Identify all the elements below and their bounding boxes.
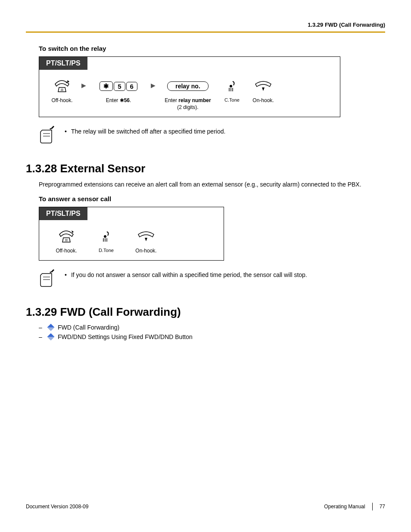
page-footer: Document Version 2008-09 Operating Manua… (26, 503, 385, 510)
key-star: ✱ (100, 81, 113, 91)
note-icon (39, 126, 56, 145)
list-item: – FWD/DND Settings Using Fixed FWD/DND B… (39, 333, 385, 340)
svg-marker-4 (72, 230, 74, 233)
sensor-call-title: To answer a sensor call (39, 195, 385, 202)
offhook-label: Off-hook. (47, 97, 77, 104)
relay-note: •The relay will be switched off after a … (39, 126, 385, 145)
footer-version: Document Version 2008-09 (26, 504, 88, 510)
running-header: 1.3.29 FWD (Call Forwarding) (26, 22, 385, 28)
relay-proc-tab: PT/SLT/PS (39, 57, 87, 70)
arrow-icon: ▶ (151, 82, 156, 89)
ctone-icon (220, 78, 244, 95)
diamond-bullet-icon (47, 333, 55, 341)
offhook-icon (47, 78, 77, 95)
link-text: FWD (Call Forwarding) (58, 324, 119, 331)
diamond-bullet-icon (47, 324, 55, 331)
ctone-label: C.Tone (220, 97, 244, 103)
offhook-label: Off-hook. (51, 248, 81, 255)
svg-point-3 (50, 128, 51, 130)
section-1328-body: Preprogrammed extensions can receive an … (39, 180, 385, 189)
key-6: 6 (126, 82, 137, 91)
enter-code-label: Enter ✱56. (90, 97, 146, 104)
onhook-label: On-hook. (248, 97, 278, 104)
link-text: FWD/DND Settings Using Fixed FWD/DND But… (58, 333, 193, 340)
key-5: 5 (114, 82, 125, 91)
svg-point-5 (104, 235, 106, 238)
sensor-proc-tab: PT/SLT/PS (39, 207, 87, 220)
relay-no-label: Enter relay number(2 digits). (160, 97, 216, 111)
svg-marker-6 (145, 238, 147, 241)
footer-manual: Operating Manual (324, 504, 365, 510)
key-sequence: ✱ 5 6 (90, 78, 146, 95)
relay-subsection-title: To switch on the relay (39, 45, 385, 52)
section-heading-1329: 1.3.29 FWD (Call Forwarding) (26, 305, 385, 319)
relay-no-field: relay no. (160, 78, 216, 95)
svg-point-1 (230, 85, 232, 87)
section-heading-1328: 1.3.28 External Sensor (26, 162, 385, 175)
header-rule (26, 31, 385, 33)
svg-point-7 (50, 272, 51, 273)
sensor-procedure-box: PT/SLT/PS Off-hook. D.Tone On-hook. (39, 207, 224, 261)
sensor-note: •If you do not answer a sensor call with… (39, 269, 385, 288)
offhook-icon (51, 228, 81, 245)
svg-marker-2 (262, 87, 265, 91)
footer-page-number: 77 (380, 504, 385, 510)
onhook-icon (248, 78, 278, 95)
footer-separator (372, 503, 373, 510)
arrow-icon: ▶ (81, 82, 86, 89)
dtone-label: D.Tone (94, 248, 118, 253)
onhook-icon (131, 228, 161, 245)
relay-procedure-box: PT/SLT/PS Off-hook. ▶ ✱ 5 6 Enter ✱56. (39, 56, 340, 117)
note-icon (39, 269, 56, 288)
list-item: – FWD (Call Forwarding) (39, 324, 385, 331)
fwd-link-list: – FWD (Call Forwarding) – FWD/DND Settin… (39, 324, 385, 340)
onhook-label: On-hook. (131, 248, 161, 255)
dtone-icon (94, 228, 118, 245)
